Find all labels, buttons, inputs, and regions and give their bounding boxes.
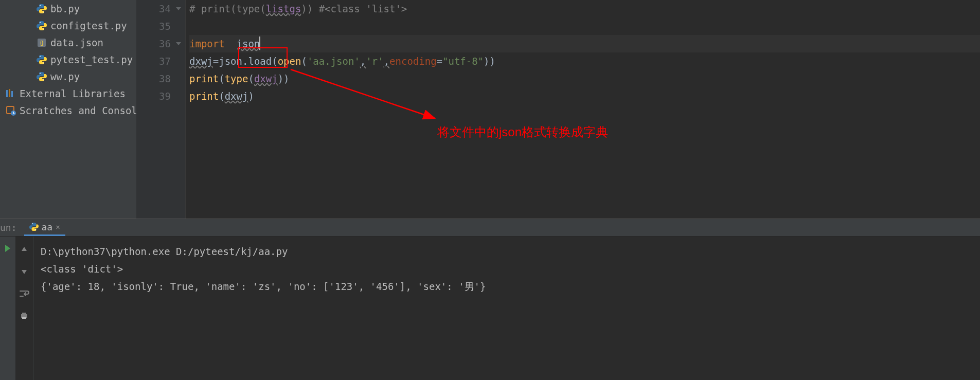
svg-point-1 bbox=[43, 11, 44, 12]
function-call: type bbox=[225, 73, 248, 84]
close-icon[interactable]: ✕ bbox=[56, 223, 60, 231]
console-output[interactable]: D:\python37\python.exe D:/pyteest/kj/aa.… bbox=[33, 237, 980, 380]
line-number: 36 bbox=[136, 35, 171, 52]
console-line: D:\python37\python.exe D:/pyteest/kj/aa.… bbox=[41, 243, 973, 260]
line-number: 35 bbox=[136, 17, 171, 35]
identifier: dxwj bbox=[189, 56, 213, 67]
code-line[interactable] bbox=[189, 17, 980, 35]
file-label: pytest_test.py bbox=[50, 54, 133, 65]
file-label: data.json bbox=[50, 37, 103, 48]
run-side-toolbar-right bbox=[15, 237, 33, 380]
external-libraries-label: External Libraries bbox=[20, 88, 126, 99]
code-line[interactable]: # print(type(listgs)) #<class 'list'> bbox=[189, 0, 980, 17]
scroll-up-button[interactable] bbox=[18, 243, 31, 256]
svg-rect-10 bbox=[6, 90, 8, 97]
python-file-icon bbox=[36, 71, 47, 82]
function-call: print bbox=[189, 91, 219, 102]
file-label: configtest.py bbox=[50, 20, 127, 31]
file-bb-py[interactable]: bb.py bbox=[0, 0, 136, 17]
keyword: import bbox=[189, 38, 225, 49]
string-literal: 'r' bbox=[366, 56, 383, 67]
run-side-toolbar-left bbox=[0, 237, 15, 380]
console-line: {'age': 18, 'isonly': True, 'name': 'zs'… bbox=[41, 278, 973, 295]
svg-rect-11 bbox=[9, 89, 10, 97]
print-button[interactable] bbox=[18, 309, 31, 322]
run-console: D:\python37\python.exe D:/pyteest/kj/aa.… bbox=[0, 237, 980, 380]
module-name: json bbox=[237, 38, 260, 49]
string-literal: "utf-8" bbox=[442, 56, 484, 67]
python-file-icon bbox=[36, 20, 47, 31]
svg-point-0 bbox=[40, 5, 41, 6]
svg-point-2 bbox=[40, 22, 41, 23]
scratches-label: Scratches and Consoles bbox=[20, 105, 136, 116]
library-icon bbox=[5, 88, 16, 99]
identifier: dxwj bbox=[254, 73, 278, 84]
scroll-down-button[interactable] bbox=[18, 265, 31, 278]
python-file-icon bbox=[36, 3, 47, 14]
code-editor[interactable]: 34 35 36 37 38 39 # print(type(listgs)) … bbox=[136, 0, 980, 219]
function-call: open bbox=[278, 56, 301, 67]
code-comment: # print(type(listgs)) #<class 'list'> bbox=[189, 3, 407, 14]
python-file-icon bbox=[29, 222, 39, 231]
external-libraries[interactable]: External Libraries bbox=[0, 85, 136, 102]
file-data-json[interactable]: {} data.json bbox=[0, 34, 136, 51]
code-line-active[interactable]: import json bbox=[189, 35, 980, 52]
annotation-text: 将文件中的json格式转换成字典 bbox=[437, 123, 608, 141]
run-tool-window-header: un: aa ✕ bbox=[0, 219, 980, 237]
svg-rect-20 bbox=[22, 317, 26, 319]
scratches-and-consoles[interactable]: Scratches and Consoles bbox=[0, 102, 136, 119]
soft-wrap-button[interactable] bbox=[18, 287, 31, 300]
code-indent-guide bbox=[185, 0, 186, 219]
svg-point-8 bbox=[40, 73, 41, 74]
fold-indicator-icon[interactable] bbox=[176, 7, 181, 13]
svg-point-9 bbox=[43, 79, 44, 80]
upper-split: bb.py configtest.py {} data.json pytest_… bbox=[0, 0, 980, 219]
svg-point-7 bbox=[43, 62, 44, 63]
svg-point-17 bbox=[34, 229, 35, 230]
line-number: 34 bbox=[136, 0, 171, 17]
function-call: print bbox=[189, 73, 219, 84]
fold-indicator-icon[interactable] bbox=[176, 42, 181, 48]
svg-point-6 bbox=[40, 56, 41, 57]
run-tab[interactable]: aa ✕ bbox=[24, 219, 65, 236]
file-pytest-test-py[interactable]: pytest_test.py bbox=[0, 51, 136, 68]
text-caret bbox=[259, 37, 260, 50]
ide-root: bb.py configtest.py {} data.json pytest_… bbox=[0, 0, 980, 380]
identifier: dxwj bbox=[225, 91, 248, 102]
scratches-icon bbox=[5, 105, 16, 116]
python-file-icon bbox=[36, 54, 47, 65]
svg-point-16 bbox=[32, 223, 33, 224]
rerun-button[interactable] bbox=[2, 242, 14, 255]
code-line[interactable]: print(dxwj) bbox=[189, 87, 980, 105]
file-configtest-py[interactable]: configtest.py bbox=[0, 17, 136, 34]
svg-point-3 bbox=[43, 28, 44, 29]
line-number: 39 bbox=[136, 87, 171, 105]
keyword-argument: encoding bbox=[389, 56, 437, 67]
line-number: 37 bbox=[136, 52, 171, 70]
run-label: un: bbox=[0, 222, 24, 233]
svg-text:{}: {} bbox=[40, 40, 44, 46]
code-line[interactable]: dxwj=json.load(open('aa.json','r',encodi… bbox=[189, 52, 980, 70]
line-number: 38 bbox=[136, 70, 171, 87]
svg-rect-19 bbox=[22, 313, 26, 314]
code-area[interactable]: # print(type(listgs)) #<class 'list'> im… bbox=[185, 0, 980, 219]
string-literal: 'aa.json' bbox=[307, 56, 360, 67]
file-ww-py[interactable]: ww.py bbox=[0, 68, 136, 85]
json-file-icon: {} bbox=[36, 37, 47, 48]
run-icon bbox=[5, 245, 10, 252]
code-line[interactable]: print(type(dxwj)) bbox=[189, 70, 980, 87]
project-sidebar[interactable]: bb.py configtest.py {} data.json pytest_… bbox=[0, 0, 136, 219]
file-label: bb.py bbox=[50, 3, 80, 14]
run-tab-label: aa bbox=[42, 222, 53, 232]
file-label: ww.py bbox=[50, 71, 80, 82]
line-gutter: 34 35 36 37 38 39 bbox=[136, 0, 185, 219]
svg-rect-12 bbox=[11, 91, 13, 97]
console-line: <class 'dict'> bbox=[41, 260, 973, 278]
